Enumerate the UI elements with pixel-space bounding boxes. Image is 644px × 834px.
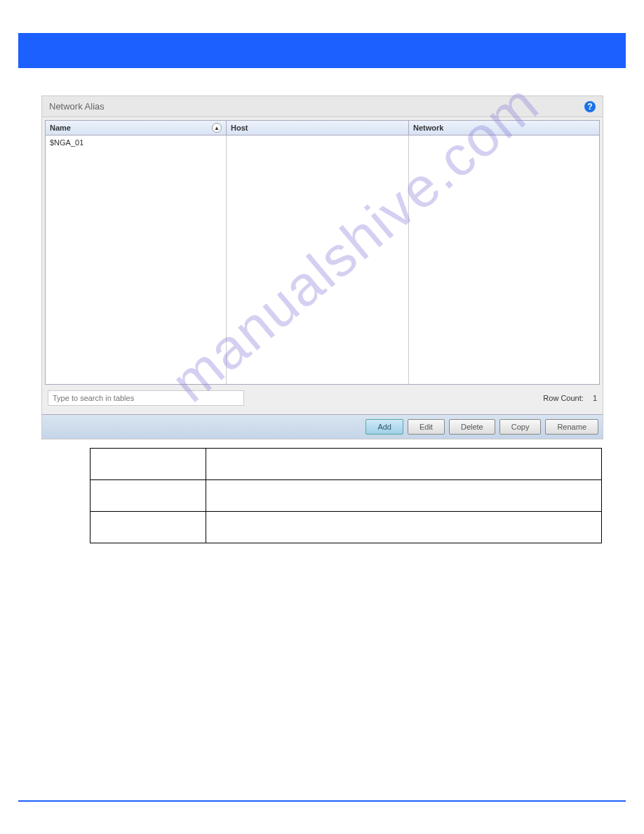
- table-header: Name ▲ Host Network: [45, 120, 600, 135]
- column-header-host[interactable]: Host: [227, 121, 409, 135]
- copy-button[interactable]: Copy: [499, 419, 542, 435]
- panel-title: Network Alias: [49, 101, 105, 112]
- table-cell-name[interactable]: $NGA_01: [46, 135, 227, 384]
- info-cell: [90, 449, 206, 480]
- table-body: $NGA_01: [45, 135, 600, 385]
- info-cell: [206, 449, 601, 480]
- table-row: [90, 512, 602, 543]
- table-row: [90, 480, 602, 512]
- table-cell-host[interactable]: [227, 135, 409, 384]
- edit-button[interactable]: Edit: [408, 419, 445, 435]
- column-header-network-label: Network: [413, 124, 443, 132]
- row-count: Row Count: 1: [536, 394, 597, 402]
- column-header-name[interactable]: Name ▲: [46, 121, 227, 135]
- button-bar: Add Edit Delete Copy Rename: [42, 414, 603, 439]
- panel-header: Network Alias ?: [42, 96, 603, 117]
- row-count-value: 1: [593, 394, 597, 402]
- network-alias-panel: Network Alias ? Name ▲ Host Network $NGA…: [41, 95, 603, 439]
- bottom-divider: [18, 800, 626, 802]
- table-wrap: Name ▲ Host Network $NGA_01 Row Count: 1: [42, 117, 603, 414]
- table-footer: Row Count: 1: [45, 385, 600, 411]
- column-header-name-label: Name: [50, 124, 71, 132]
- info-cell: [90, 512, 206, 543]
- add-button[interactable]: Add: [365, 419, 403, 435]
- info-cell: [206, 512, 601, 543]
- info-table: [90, 448, 602, 543]
- row-count-label: Row Count:: [543, 394, 583, 402]
- column-header-network[interactable]: Network: [409, 121, 599, 135]
- search-input[interactable]: [48, 390, 244, 406]
- info-cell: [90, 480, 206, 512]
- help-icon[interactable]: ?: [584, 101, 596, 112]
- info-cell: [206, 480, 601, 512]
- column-header-host-label: Host: [231, 124, 248, 132]
- delete-button[interactable]: Delete: [449, 419, 495, 435]
- table-cell-network[interactable]: [409, 135, 599, 384]
- top-banner: [18, 33, 626, 68]
- sort-asc-icon[interactable]: ▲: [212, 123, 222, 133]
- table-row: [90, 449, 602, 480]
- rename-button[interactable]: Rename: [545, 419, 598, 435]
